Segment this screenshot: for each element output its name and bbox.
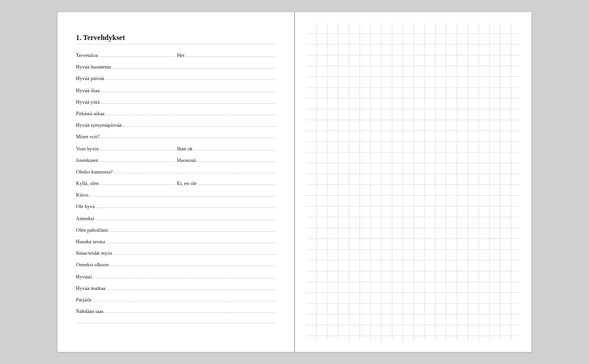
vocab-row: Hyvää matkaa xyxy=(76,285,276,296)
vocab-cell: Onneksi olkoon xyxy=(76,261,276,268)
vocab-cell: Olen pahoillani xyxy=(76,226,276,233)
vocab-term: Miten voit? xyxy=(76,133,101,140)
fill-line xyxy=(93,273,276,278)
page-spread: 1. Tervehdykset TervetuloaHeiHyvää huome… xyxy=(58,12,531,352)
fill-line xyxy=(186,52,276,57)
vocab-term: Olen pahoillani xyxy=(76,227,109,233)
vocab-cell: Pärjäile xyxy=(76,296,276,303)
vocab-term: Nähdään taas xyxy=(76,308,105,314)
vocab-row: Voin hyvinIhan ok xyxy=(76,145,276,157)
fill-line xyxy=(112,63,276,69)
vocab-cell-left: Kyllä, olen xyxy=(76,180,175,186)
vocab-cell: Sinut/teidät myös xyxy=(76,249,276,256)
vocab-cell-left: Jotenkuten xyxy=(76,157,175,163)
vocab-cell-right: Ei, en ole xyxy=(177,180,276,186)
fill-line xyxy=(106,238,276,243)
vocab-term: Pitkästä aikaa xyxy=(76,110,106,116)
fill-line xyxy=(93,296,276,302)
fill-line xyxy=(194,145,276,150)
vocab-cell: Hyvää syntymäpäivää xyxy=(76,121,276,128)
bottom-line xyxy=(76,323,276,323)
vocab-cell: Oletko kunnossa? xyxy=(76,168,276,175)
fill-line xyxy=(101,87,276,92)
vocab-row: Hauska tavata xyxy=(76,238,276,249)
heading-underline xyxy=(76,44,276,44)
vocab-term: Kyllä, olen xyxy=(76,180,100,186)
fill-line xyxy=(100,180,175,185)
vocab-cell: Hyvää matkaa xyxy=(76,285,276,291)
vocab-term: Hyvää yötä xyxy=(76,99,101,105)
vocab-cell: Hauska tavata xyxy=(76,238,276,244)
vocab-cell: Hyvää päivää xyxy=(76,75,276,81)
fill-line xyxy=(106,75,276,80)
fill-line xyxy=(101,133,276,138)
vocab-row: Olen pahoillani xyxy=(76,226,276,238)
vocab-row: Hyvästi xyxy=(76,273,276,285)
vocab-term: Tervetuloa xyxy=(76,52,99,58)
vocab-row: Sinut/teidät myös xyxy=(76,249,276,261)
vocab-term: Pärjäile xyxy=(76,297,93,303)
vocab-cell: Kiitos xyxy=(76,191,276,198)
vocab-row: Oletko kunnossa? xyxy=(76,168,276,180)
fill-line xyxy=(105,308,276,313)
vocab-term: Hauska tavata xyxy=(76,238,106,244)
vocab-term: Hyvää iltaa xyxy=(76,87,101,93)
vocab-term: Oletko kunnossa? xyxy=(76,169,114,175)
fill-line xyxy=(106,110,276,115)
vocab-row: Hyvää päivää xyxy=(76,75,276,86)
vocab-cell: Nähdään taas xyxy=(76,308,276,314)
vocabulary-list: TervetuloaHeiHyvää huomentaHyvää päivääH… xyxy=(76,52,276,319)
right-page xyxy=(295,12,531,352)
fill-line xyxy=(123,121,276,127)
fill-line xyxy=(197,157,276,162)
fill-line xyxy=(99,52,174,57)
fill-line xyxy=(100,145,174,150)
grid-paper xyxy=(306,23,519,341)
fill-line xyxy=(110,261,276,266)
vocab-term: Kiitos xyxy=(76,192,90,198)
vocab-cell-right: Hei xyxy=(177,52,276,58)
fill-line xyxy=(198,180,276,185)
fill-line xyxy=(107,285,276,290)
vocab-term: Huonosti xyxy=(177,157,197,163)
fill-line xyxy=(101,98,276,104)
vocab-term: Ole hyvä xyxy=(76,203,96,209)
vocab-row: Onneksi olkoon xyxy=(76,261,276,272)
fill-line xyxy=(114,168,276,174)
fill-line xyxy=(95,215,276,220)
vocab-term: Onneksi olkoon xyxy=(76,261,110,268)
fill-line xyxy=(90,191,276,197)
vocab-cell: Pitkästä aikaa xyxy=(76,110,276,116)
vocab-row: Hyvää yötä xyxy=(76,98,276,110)
vocab-cell-left: Tervetuloa xyxy=(76,52,175,58)
vocab-term: Ei, en ole xyxy=(177,180,198,186)
vocab-cell-right: Huonosti xyxy=(177,157,276,163)
vocab-term: Hyvää matkaa xyxy=(76,285,107,291)
vocab-row: Pitkästä aikaa xyxy=(76,110,276,121)
vocab-cell: Miten voit? xyxy=(76,133,276,140)
vocab-row: Kiitos xyxy=(76,191,276,203)
vocab-term: Hei xyxy=(177,52,186,58)
vocab-row: Hyvää huomenta xyxy=(76,63,276,75)
vocab-row: TervetuloaHei xyxy=(76,52,276,63)
vocab-term: Hyvää syntymäpäivää xyxy=(76,122,123,128)
vocab-cell: Anteeksi xyxy=(76,215,276,221)
fill-line xyxy=(96,203,276,208)
vocab-cell-left: Voin hyvin xyxy=(76,145,175,152)
vocab-row: Hyvää iltaa xyxy=(76,87,276,98)
fill-line xyxy=(109,226,276,232)
vocab-term: Hyvää huomenta xyxy=(76,64,112,70)
vocab-term: Jotenkuten xyxy=(76,157,100,163)
vocab-term: Anteeksi xyxy=(76,215,95,221)
vocab-row: Miten voit? xyxy=(76,133,276,144)
vocab-cell: Ole hyvä xyxy=(76,203,276,209)
left-page: 1. Tervehdykset TervetuloaHeiHyvää huome… xyxy=(58,12,294,352)
vocab-term: Sinut/teidät myös xyxy=(76,250,114,256)
vocab-row: Anteeksi xyxy=(76,215,276,226)
vocab-cell: Hyvästi xyxy=(76,273,276,280)
vocab-term: Hyvästi xyxy=(76,274,93,280)
vocab-term: Ihan ok xyxy=(177,146,194,152)
vocab-term: Hyvää päivää xyxy=(76,75,106,81)
section-heading: 1. Tervehdykset xyxy=(76,33,276,42)
vocab-term: Voin hyvin xyxy=(76,146,100,152)
